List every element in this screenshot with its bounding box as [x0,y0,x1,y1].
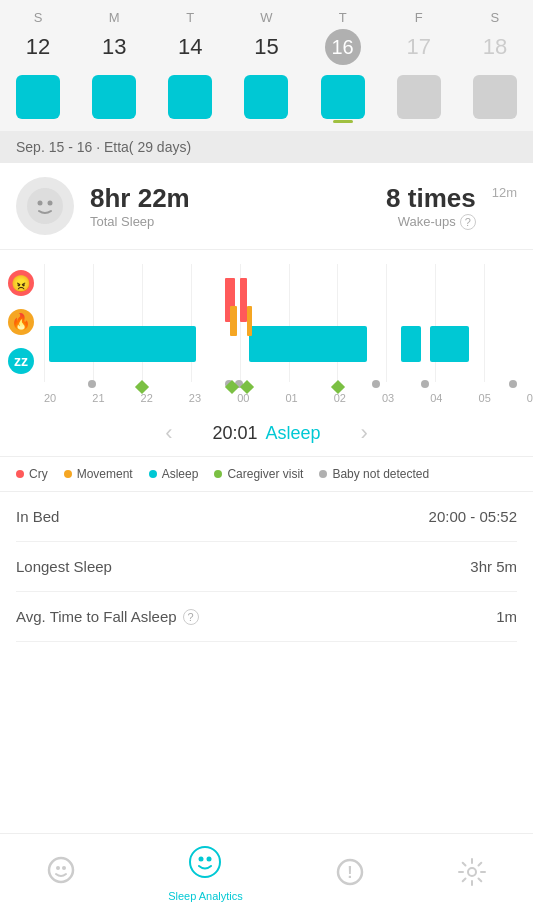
time-label-1: 21 [92,392,104,404]
bar-wrap-0[interactable] [3,75,73,119]
total-sleep-block: 8hr 22m Total Sleep [90,183,386,229]
bar-wrap-6[interactable] [460,75,530,119]
avgfall-info-icon[interactable]: ? [183,609,199,625]
day-num-wrap-5[interactable]: 17 [384,29,454,65]
svg-point-4 [56,866,60,870]
day-number-5[interactable]: 17 [384,34,454,60]
stat-label-avgfall: Avg. Time to Fall Asleep ? [16,608,199,625]
nav-item-alerts[interactable]: ! [335,857,365,891]
date-label: Sep. 15 - 16 · Etta( 29 days) [0,131,533,163]
svg-point-5 [62,866,66,870]
move-bar-1 [230,306,237,336]
home-icon [46,855,76,892]
bar-0[interactable] [16,75,60,119]
legend-label-not-detected: Baby not detected [332,467,429,481]
day-number-6[interactable]: 18 [460,34,530,60]
bar-6[interactable] [473,75,517,119]
day-label-2: T [155,10,225,25]
day-num-wrap-3[interactable]: 15 [231,29,301,65]
svg-point-0 [27,188,63,224]
time-label-8: 04 [430,392,442,404]
legend-label-cry: Cry [29,467,48,481]
legend-dot-asleep [149,470,157,478]
time-label-10: 0 [527,392,533,404]
legend-not-detected: Baby not detected [319,467,429,481]
bar-wrap-2[interactable] [155,75,225,119]
wakeups-label: Wake-ups ? [386,214,476,230]
bar-3[interactable] [244,75,288,119]
sleep-bar-2 [249,326,366,362]
stat-label-longest: Longest Sleep [16,558,112,575]
bar-wrap-3[interactable] [231,75,301,119]
movement-icon: 🔥 [8,309,34,335]
day-number-0[interactable]: 12 [3,34,73,60]
bar-5[interactable] [397,75,441,119]
stat-value-inbed: 20:00 - 05:52 [429,508,517,525]
day-numbers: 12 13 14 15 16 17 18 [0,29,533,65]
nav-item-home[interactable] [46,855,76,892]
day-label-1: M [79,10,149,25]
nav-item-analytics[interactable]: Sleep Analytics [168,845,243,902]
bar-wrap-1[interactable] [79,75,149,119]
analytics-label: Sleep Analytics [168,890,243,902]
wakeups-block: 8 times Wake-ups ? [386,183,476,230]
svg-text:!: ! [347,864,352,881]
day-number-1[interactable]: 13 [79,34,149,60]
time-label-7: 03 [382,392,394,404]
time-label-6: 02 [334,392,346,404]
stat-value-longest: 3hr 5m [470,558,517,575]
bar-wrap-5[interactable] [384,75,454,119]
time-label-5: 01 [285,392,297,404]
day-num-wrap-6[interactable]: 18 [460,29,530,65]
bars-row [0,75,533,119]
svg-point-3 [49,858,73,882]
stat-row-avgfall: Avg. Time to Fall Asleep ? 1m [16,592,517,642]
day-num-wrap-4[interactable]: 16 [308,29,378,65]
day-number-3[interactable]: 15 [231,34,301,60]
bar-wrap-4[interactable] [308,75,378,119]
day-num-wrap-0[interactable]: 12 [3,29,73,65]
legend-cry: Cry [16,467,48,481]
nav-item-settings[interactable] [457,857,487,891]
chart-area[interactable]: 20 21 22 23 00 01 02 03 04 05 0 [44,250,533,410]
wakeups-info-icon[interactable]: ? [460,214,476,230]
day-number-2[interactable]: 14 [155,34,225,60]
legend-label-caregiver: Caregiver visit [227,467,303,481]
prev-button[interactable]: ‹ [125,420,212,446]
day-num-wrap-2[interactable]: 14 [155,29,225,65]
svg-point-11 [468,868,476,876]
sleep-summary: 8hr 22m Total Sleep 8 times Wake-ups ? 1… [0,163,533,250]
legend-movement: Movement [64,467,133,481]
chart-icons: 😠 🔥 zz [0,250,44,410]
move-bar-2 [247,306,252,336]
bar-1[interactable] [92,75,136,119]
bar-2[interactable] [168,75,212,119]
nav-time: 20:01 [212,423,257,444]
time-label-9: 05 [479,392,491,404]
chart-container: 😠 🔥 zz [0,250,533,410]
day-label-4: T [308,10,378,25]
stat-row-inbed: In Bed 20:00 - 05:52 [16,492,517,542]
day-number-4-today[interactable]: 16 [325,29,361,65]
day-label-5: F [384,10,454,25]
next-button[interactable]: › [321,420,408,446]
legend-dot-cry [16,470,24,478]
svg-point-7 [199,857,204,862]
day-labels: S M T W T F S [0,10,533,25]
bottom-nav: Sleep Analytics ! [0,833,533,913]
legend-dot-not-detected [319,470,327,478]
time-label-0: 20 [44,392,56,404]
nd-dot-6 [509,380,517,388]
cry-icon: 😠 [8,270,34,296]
day-num-wrap-1[interactable]: 13 [79,29,149,65]
time-labels: 20 21 22 23 00 01 02 03 04 05 0 [44,392,533,404]
baby-face-icon [16,177,74,235]
day-label-3: W [231,10,301,25]
bar-4[interactable] [321,75,365,119]
legend: Cry Movement Asleep Caregiver visit Baby… [0,457,533,492]
time-label-3: 23 [189,392,201,404]
day-label-0: S [3,10,73,25]
stats-section: In Bed 20:00 - 05:52 Longest Sleep 3hr 5… [0,492,533,642]
legend-label-movement: Movement [77,467,133,481]
time-label-2: 22 [141,392,153,404]
